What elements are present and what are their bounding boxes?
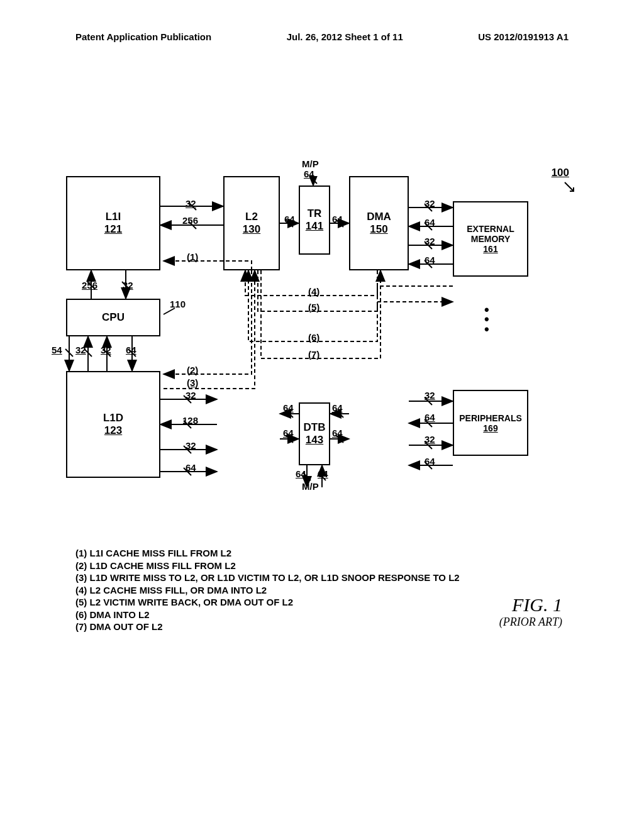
l1i-id: 121 (67, 223, 159, 236)
dtb-name: DTB (300, 421, 329, 434)
bw-64-c: 64 (284, 214, 295, 224)
bw-64-f: 64 (283, 402, 294, 413)
figure-label: FIG. 1 (PRIOR ART) (499, 594, 562, 629)
bw-32-e: 32 (186, 390, 196, 401)
extmem-id: 161 (454, 244, 527, 254)
peripherals-id: 169 (454, 423, 527, 433)
bw-64-i: 64 (332, 428, 343, 438)
dtb-id: 143 (300, 434, 329, 446)
header-center: Jul. 26, 2012 Sheet 1 of 11 (287, 31, 403, 50)
tr-name: TR (300, 208, 329, 220)
figure-sub: (PRIOR ART) (499, 616, 562, 629)
bw-32-h: 32 (425, 236, 435, 246)
svg-line-33 (65, 349, 73, 357)
bw-32: 32 (186, 198, 196, 209)
path-6: (6) (308, 332, 319, 343)
l1d-name: L1D (67, 412, 159, 424)
ellipsis-icon: ••• (484, 305, 489, 334)
bw-256: 256 (182, 215, 198, 226)
bw-32-d: 32 (101, 345, 111, 355)
dma-id: 150 (350, 223, 408, 236)
legend-7: (7) DMA OUT OF L2 (75, 621, 460, 633)
bw-32-b: 32 (123, 280, 133, 290)
bw-32-g: 32 (425, 198, 435, 209)
bw-64-e: 64 (304, 169, 314, 179)
bw-64-g: 64 (332, 402, 343, 413)
extmem-block: EXTERNAL MEMORY 161 (453, 201, 528, 277)
tr-block: TR 141 (299, 185, 330, 255)
bw-64: 64 (126, 345, 136, 355)
bw-32-j: 32 (425, 434, 435, 445)
bw-32-i: 32 (425, 390, 435, 401)
figure-number: FIG. 1 (499, 594, 562, 616)
bw-64-o: 64 (425, 456, 435, 467)
path-5: (5) (308, 302, 319, 313)
path-3: (3) (187, 377, 198, 388)
mp-top-label: M/P (302, 158, 319, 169)
bw-64-j: 64 (296, 468, 306, 479)
diagram: 100 M/P L1I 121 CPU 110 L1D 123 L2 130 T… (63, 176, 579, 528)
bw-128: 128 (182, 415, 198, 426)
l2-id: 130 (225, 223, 279, 236)
peripherals-name: PERIPHERALS (454, 413, 527, 423)
l1d-id: 123 (67, 424, 159, 437)
cpu-ref: 110 (170, 299, 186, 309)
ref-100: 100 (552, 167, 569, 179)
extmem-name: EXTERNAL MEMORY (454, 224, 527, 244)
bw-32-f: 32 (186, 440, 196, 451)
path-1: (1) (187, 252, 198, 262)
bw-64-h: 64 (283, 428, 294, 438)
legend-6: (6) DMA INTO L2 (75, 609, 460, 621)
path-7: (7) (308, 349, 319, 360)
bw-64-n: 64 (425, 412, 435, 423)
mp-bottom-label: M/P (302, 481, 319, 492)
arrow-icon (564, 181, 576, 194)
bw-64-l: 64 (425, 217, 435, 228)
bw-64-m: 64 (425, 255, 435, 265)
dtb-block: DTB 143 (299, 402, 330, 465)
l1i-block: L1I 121 (66, 176, 160, 270)
bw-256-b: 256 (82, 280, 97, 290)
cpu-block: CPU (66, 299, 160, 336)
path-2: (2) (187, 365, 198, 375)
legend-4: (4) L2 CACHE MISS FILL, OR DMA INTO L2 (75, 584, 460, 597)
bw-64-b: 64 (186, 462, 196, 473)
bw-32-c: 32 (75, 345, 86, 355)
legend-2: (2) L1D CACHE MISS FILL FROM L2 (75, 560, 460, 572)
cpu-name: CPU (67, 311, 159, 324)
l2-name: L2 (225, 211, 279, 223)
tr-id: 141 (300, 220, 329, 233)
header-left: Patent Application Publication (75, 31, 211, 50)
dma-name: DMA (350, 211, 408, 223)
legend-1: (1) L1I CACHE MISS FILL FROM L2 (75, 547, 460, 560)
dma-block: DMA 150 (349, 176, 409, 270)
header-right: US 2012/0191913 A1 (478, 31, 569, 50)
legend-5: (5) L2 VICTIM WRITE BACK, OR DMA OUT OF … (75, 596, 460, 609)
path-4: (4) (308, 286, 319, 297)
legend-3: (3) L1D WRITE MISS TO L2, OR L1D VICTIM … (75, 572, 460, 584)
bw-54: 54 (52, 345, 62, 355)
l1i-name: L1I (67, 211, 159, 223)
bw-64-d: 64 (332, 214, 343, 224)
page-header: Patent Application Publication Jul. 26, … (0, 31, 644, 50)
peripherals-block: PERIPHERALS 169 (453, 390, 528, 456)
bw-64-k: 64 (318, 468, 328, 479)
l1d-block: L1D 123 (66, 371, 160, 478)
legend: (1) L1I CACHE MISS FILL FROM L2 (2) L1D … (75, 547, 460, 633)
l2-block: L2 130 (223, 176, 280, 270)
